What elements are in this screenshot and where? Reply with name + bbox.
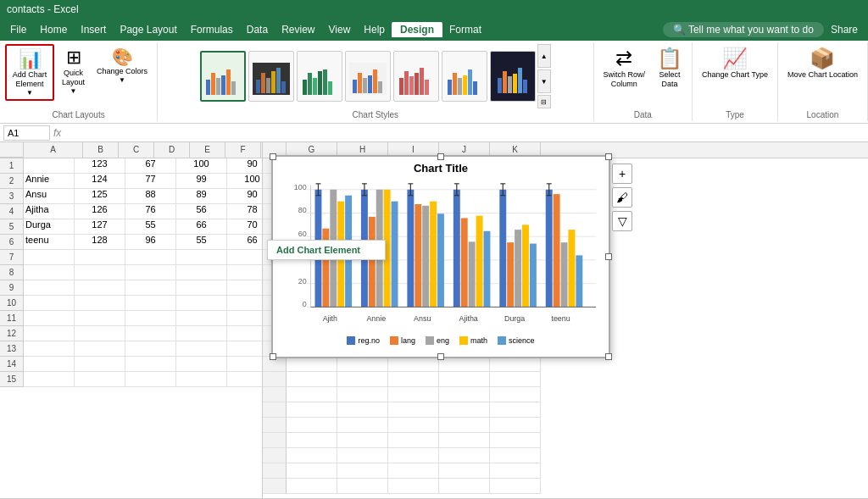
cell-6-B[interactable]: 128: [75, 235, 125, 250]
cell-2-C[interactable]: 77: [125, 174, 176, 189]
styles-down-arrow[interactable]: ▼: [537, 69, 551, 93]
svg-rect-15: [313, 78, 317, 95]
styles-up-arrow[interactable]: ▲: [537, 44, 551, 68]
cell-5-C[interactable]: 55: [125, 219, 176, 235]
col-header-C[interactable]: C: [119, 142, 154, 158]
cell-5-A[interactable]: Durga: [24, 219, 75, 235]
cell-2-D[interactable]: 99: [176, 174, 227, 189]
menu-data[interactable]: Data: [240, 22, 275, 37]
svg-rect-105: [561, 242, 568, 307]
col-header-D[interactable]: D: [154, 142, 190, 158]
table-row: 8: [0, 265, 262, 280]
resize-handle-bl[interactable]: [270, 353, 276, 360]
table-row: [263, 448, 868, 463]
svg-rect-39: [498, 78, 502, 93]
svg-rect-71: [392, 202, 398, 308]
cell-4-A[interactable]: Ajitha: [24, 204, 75, 219]
menu-file[interactable]: File: [3, 22, 33, 37]
cell-5-D[interactable]: 66: [176, 219, 227, 235]
svg-rect-31: [425, 80, 429, 95]
cell-2-A[interactable]: Annie: [24, 174, 75, 189]
cell-6-D[interactable]: 55: [176, 235, 227, 250]
add-chart-element-button[interactable]: 📊 Add Chart Element ▼: [5, 44, 54, 101]
chart-style-6[interactable]: [442, 51, 487, 102]
chart-style-7[interactable]: [490, 51, 536, 102]
quick-layout-button[interactable]: ⊞ QuickLayout ▼: [58, 44, 89, 97]
cell-6-A[interactable]: teenu: [24, 235, 75, 250]
resize-handle-br[interactable]: [605, 353, 612, 360]
chart-legend: reg.no lang eng math science: [273, 336, 609, 345]
resize-handle-tm[interactable]: [437, 153, 444, 160]
chart-style-5[interactable]: [393, 51, 439, 102]
table-row: 14: [0, 357, 262, 372]
move-chart-button[interactable]: 📦 Move Chart Location: [783, 44, 862, 82]
cell-4-C[interactable]: 76: [125, 204, 176, 219]
chart-style-2[interactable]: [248, 51, 294, 102]
menu-insert[interactable]: Insert: [74, 22, 113, 37]
cell-5-E[interactable]: 70: [227, 219, 262, 235]
menu-formulas[interactable]: Formulas: [184, 22, 240, 37]
menu-help[interactable]: Help: [357, 22, 392, 37]
resize-handle-bm[interactable]: [437, 353, 444, 360]
chart-styles-label: Chart Styles: [353, 108, 398, 119]
table-row: 3 Ansu 125 88 89 90 79: [0, 189, 262, 204]
menu-view[interactable]: View: [322, 22, 358, 37]
data-label: Data: [634, 108, 652, 119]
chart-filter-btn[interactable]: ▽: [612, 211, 632, 231]
svg-rect-21: [358, 73, 362, 93]
name-box[interactable]: [3, 125, 50, 141]
chart-style-1[interactable]: [200, 51, 246, 102]
change-colors-button[interactable]: 🎨 Change Colors ▼: [92, 44, 152, 86]
cell-3-D[interactable]: 89: [176, 189, 227, 204]
resize-handle-mr[interactable]: [605, 253, 612, 260]
menu-format-tab[interactable]: Format: [442, 22, 488, 37]
formula-input[interactable]: [64, 128, 865, 138]
cell-2-B[interactable]: 124: [75, 174, 125, 189]
cell-2-E[interactable]: 100: [227, 174, 262, 189]
cell-1-D[interactable]: 100: [176, 158, 227, 174]
cell-4-D[interactable]: 56: [176, 204, 227, 219]
cell-6-E[interactable]: 66: [227, 235, 262, 250]
col-header-B[interactable]: B: [83, 142, 119, 158]
change-chart-type-button[interactable]: 📈 Change Chart Type: [698, 44, 772, 82]
col-header-F[interactable]: F: [225, 142, 261, 158]
cell-4-E[interactable]: 78: [227, 204, 262, 219]
table-row: [263, 387, 868, 402]
chart-styles-btn[interactable]: 🖌: [612, 187, 632, 208]
menu-page-layout[interactable]: Page Layout: [113, 22, 183, 37]
resize-handle-tr[interactable]: [605, 153, 612, 160]
resize-handle-tl[interactable]: [270, 153, 276, 160]
chart-style-3[interactable]: [297, 51, 342, 102]
menu-design-tab[interactable]: Design: [392, 22, 442, 37]
menu-home[interactable]: Home: [33, 22, 74, 37]
cell-3-B[interactable]: 125: [75, 189, 125, 204]
svg-rect-24: [373, 69, 377, 93]
cell-1-B[interactable]: 123: [75, 158, 125, 174]
cell-1-E[interactable]: 90: [227, 158, 262, 174]
cell-4-B[interactable]: 126: [75, 204, 125, 219]
svg-rect-20: [353, 80, 357, 93]
share-button[interactable]: Share: [824, 22, 865, 37]
chart-add-elements-btn[interactable]: +: [612, 164, 632, 184]
ribbon-group-chart-layouts: 📊 Add Chart Element ▼ ⊞ QuickLayout ▼ 🎨 …: [0, 42, 158, 121]
cell-6-C[interactable]: 96: [125, 235, 176, 250]
spreadsheet-right: DeveloperPublish.com G H I J K: [263, 142, 868, 498]
col-header-A[interactable]: A: [24, 142, 83, 158]
switch-row-col-button[interactable]: ⇄ Switch Row/Column: [599, 44, 650, 91]
col-header-E[interactable]: E: [190, 142, 225, 158]
chart-style-4[interactable]: [345, 51, 391, 102]
cell-1-C[interactable]: 67: [125, 158, 176, 174]
cell-1-A[interactable]: [24, 158, 75, 174]
svg-rect-87: [469, 241, 476, 307]
select-data-button[interactable]: 📋 SelectData: [653, 44, 687, 91]
cell-3-C[interactable]: 88: [125, 189, 176, 204]
styles-more-arrow[interactable]: ⊟: [537, 95, 551, 108]
svg-rect-43: [518, 68, 522, 93]
table-row: 1 123 67 100 90 95: [0, 158, 262, 174]
cell-3-E[interactable]: 90: [227, 189, 262, 204]
svg-rect-16: [318, 71, 322, 95]
cell-5-B[interactable]: 127: [75, 219, 125, 235]
menu-review[interactable]: Review: [275, 22, 321, 37]
cell-3-A[interactable]: Ansu: [24, 189, 75, 204]
tell-me[interactable]: 🔍 Tell me what you want to do: [663, 22, 824, 37]
